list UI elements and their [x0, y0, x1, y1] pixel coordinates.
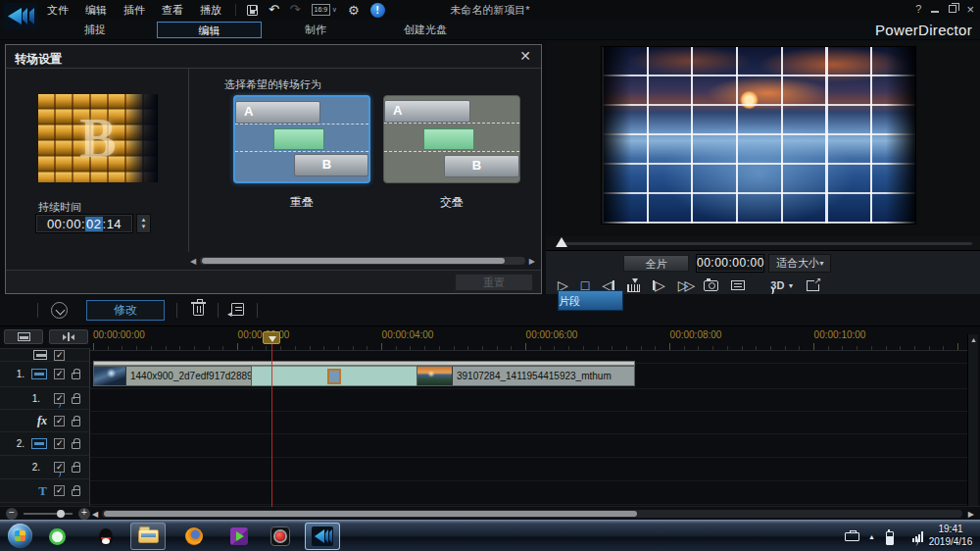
- menu-file[interactable]: 文件: [47, 3, 69, 18]
- timeline-vscrollbar[interactable]: ▲: [967, 334, 978, 506]
- taskbar-browser-360[interactable]: [39, 523, 74, 550]
- save-icon[interactable]: [247, 5, 258, 16]
- duration-timecode-field[interactable]: 00:00:02:14: [35, 214, 133, 233]
- track-enable-checkbox[interactable]: [54, 485, 65, 496]
- transition-preview-thumbnail[interactable]: B: [38, 94, 158, 182]
- tab-capture[interactable]: 捕捉: [59, 22, 131, 38]
- undo-icon[interactable]: ↶: [269, 4, 279, 16]
- track-lock-icon[interactable]: [72, 420, 80, 426]
- transfer-clip-icon[interactable]: [231, 303, 244, 316]
- preview-timecode[interactable]: 00:00:00:00: [696, 254, 764, 273]
- track-row-video1[interactable]: 1.: [0, 362, 89, 387]
- track-lock-icon[interactable]: [72, 373, 80, 379]
- timeline-ruler[interactable]: 00:00:00:00 00:00:02:00 00:00:04:00 00:0…: [90, 327, 968, 351]
- snap-toggle-button[interactable]: [49, 329, 88, 344]
- tab-clip-mode[interactable]: 片段: [558, 290, 623, 311]
- preview-stage: [546, 40, 980, 236]
- timeline-transition-clip[interactable]: [252, 366, 416, 386]
- playhead-marker[interactable]: [263, 331, 280, 344]
- scroll-left-icon[interactable]: ◀: [190, 257, 196, 266]
- undock-window-icon[interactable]: [807, 280, 819, 291]
- track-enable-checkbox[interactable]: [54, 416, 65, 426]
- powerdirector-window: 文件 编辑 插件 查看 播放 ↶ ↶ 16:9∨ ⚙ ! 未命名的新项目* ? …: [0, 0, 980, 551]
- zoom-fit-dropdown[interactable]: 适合大小▼: [768, 254, 831, 273]
- track-row-audio1[interactable]: 1.: [0, 387, 89, 410]
- track-lock-icon[interactable]: [72, 397, 80, 404]
- close-button[interactable]: ×: [966, 4, 974, 15]
- taskbar-potplayer[interactable]: [221, 523, 257, 550]
- taskbar-explorer[interactable]: [130, 523, 166, 550]
- dialog-hscrollbar[interactable]: ◀ ▶: [190, 255, 535, 267]
- start-button[interactable]: [8, 524, 32, 548]
- minimize-button[interactable]: [931, 11, 939, 13]
- track-row-master[interactable]: [0, 349, 89, 362]
- taskbar-powerdirector[interactable]: [305, 523, 340, 550]
- zoom-slider-thumb[interactable]: [57, 510, 65, 518]
- tab-movie-mode[interactable]: 全片: [623, 255, 689, 272]
- transition-zone: [423, 128, 474, 151]
- track-enable-checkbox[interactable]: [54, 438, 65, 449]
- scroll-thumb[interactable]: [104, 511, 637, 517]
- menu-play[interactable]: 播放: [200, 3, 221, 18]
- dropdown-circle-icon[interactable]: [51, 302, 68, 319]
- menu-view[interactable]: 查看: [162, 3, 183, 18]
- snapshot-camera-icon[interactable]: [704, 280, 718, 291]
- help-button[interactable]: ?: [915, 3, 921, 15]
- behavior-option-overlap[interactable]: A B: [233, 95, 370, 183]
- battery-icon[interactable]: [884, 529, 895, 544]
- zoom-in-icon[interactable]: +: [78, 508, 90, 520]
- tab-create-disc[interactable]: 创建光盘: [384, 22, 466, 38]
- fast-forward-button[interactable]: ▷▷: [678, 277, 692, 293]
- preview-seek-bar[interactable]: [556, 237, 972, 249]
- tray-device-icon[interactable]: [845, 532, 859, 541]
- next-frame-button[interactable]: ▷: [653, 277, 665, 293]
- tab-produce[interactable]: 制作: [279, 22, 352, 38]
- menu-plugins[interactable]: 插件: [123, 3, 145, 18]
- ruler-seek-icon[interactable]: [627, 284, 640, 292]
- timeline-hscrollbar[interactable]: [102, 510, 962, 518]
- preview-quality-icon[interactable]: [731, 280, 745, 290]
- delete-trash-icon[interactable]: [193, 304, 204, 316]
- taskbar-recorder[interactable]: [263, 523, 298, 550]
- behavior-option-cross[interactable]: A B: [383, 95, 520, 183]
- track-manager-button[interactable]: [4, 329, 43, 344]
- track-lock-icon[interactable]: [72, 466, 80, 473]
- tray-expand-icon[interactable]: ▲: [868, 533, 875, 540]
- modify-button[interactable]: 修改: [86, 300, 165, 321]
- track-enable-checkbox[interactable]: [54, 393, 65, 404]
- track-row-video2[interactable]: 2.: [0, 432, 89, 456]
- track-row-audio2[interactable]: 2.: [0, 456, 89, 479]
- aspect-ratio-dropdown[interactable]: 16:9∨: [312, 4, 337, 16]
- scroll-right-icon[interactable]: ▶: [968, 510, 974, 519]
- duration-stepper[interactable]: ▲▼: [136, 214, 151, 233]
- track-row-fx[interactable]: fx: [0, 410, 89, 432]
- track-enable-checkbox[interactable]: [54, 369, 65, 379]
- zoom-out-icon[interactable]: −: [6, 508, 18, 520]
- taskbar-qq[interactable]: [88, 523, 123, 550]
- reset-button[interactable]: 重置: [455, 274, 533, 291]
- notification-icon[interactable]: !: [370, 3, 385, 18]
- zoom-slider[interactable]: [24, 513, 73, 515]
- track-row-title[interactable]: T: [0, 479, 89, 503]
- timeline-clip-1[interactable]: 1440x900_2d7edf917d28899: [93, 366, 252, 386]
- track-lock-icon[interactable]: [72, 442, 80, 449]
- track-enable-checkbox[interactable]: [54, 462, 65, 473]
- tab-edit[interactable]: 编辑: [157, 22, 262, 38]
- taskbar-clock[interactable]: 19:41 2019/4/16: [925, 523, 976, 548]
- track-lock-icon[interactable]: [72, 489, 80, 496]
- restore-button[interactable]: [949, 5, 956, 13]
- duration-label: 持续时间: [38, 200, 81, 215]
- taskbar-firefox[interactable]: [176, 523, 212, 550]
- seek-thumb[interactable]: [556, 237, 567, 247]
- scroll-left-icon[interactable]: ◀: [92, 510, 98, 519]
- settings-gear-icon[interactable]: ⚙: [348, 4, 360, 17]
- preview-video-frame: [601, 46, 916, 225]
- scroll-right-icon[interactable]: ▶: [529, 257, 535, 266]
- menu-edit[interactable]: 编辑: [85, 3, 107, 18]
- ruler-label: 00:00:04:00: [382, 329, 434, 340]
- dialog-close-icon[interactable]: ✕: [519, 48, 531, 64]
- scroll-up-icon[interactable]: ▲: [970, 336, 977, 343]
- track-enable-checkbox[interactable]: [54, 350, 65, 361]
- scroll-thumb[interactable]: [202, 258, 504, 264]
- timeline-clip-2[interactable]: 39107284_1411954415923_mthum: [416, 366, 635, 386]
